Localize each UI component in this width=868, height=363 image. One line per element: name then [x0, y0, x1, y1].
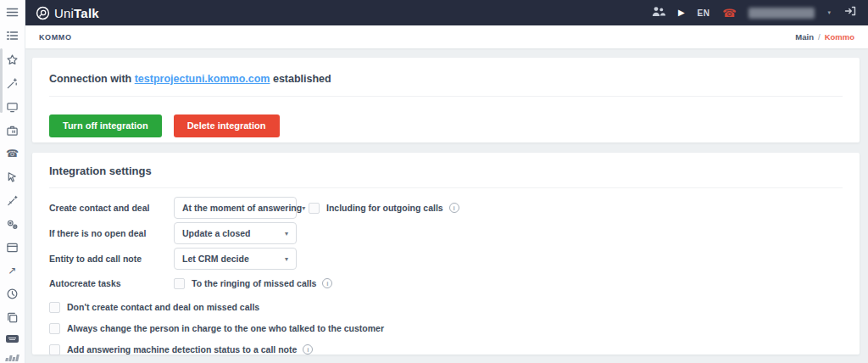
task-list-icon[interactable]	[6, 30, 19, 42]
autocreate-tasks-checkbox[interactable]	[174, 278, 185, 289]
option-row: Add answering machine detection status t…	[49, 343, 843, 356]
monitor-icon[interactable]	[6, 101, 19, 113]
call-history-clock-icon[interactable]	[6, 288, 19, 299]
change-person-checkbox[interactable]	[49, 323, 60, 334]
option-row: Don't create contact and deal on missed …	[49, 300, 843, 314]
statistics-bars-icon[interactable]	[6, 355, 19, 361]
left-sidebar: ☎ ↗	[0, 0, 25, 363]
play-icon[interactable]: ▶	[678, 8, 685, 17]
phone-dropdown-caret-icon[interactable]: ▾	[827, 9, 831, 16]
card-divider	[49, 187, 843, 188]
breadcrumb-main-link[interactable]: Main	[795, 32, 814, 42]
phone-glyph: ☎	[6, 148, 19, 159]
favorites-star-icon[interactable]	[6, 53, 19, 65]
create-contact-select-value: At the moment of answering	[182, 203, 302, 213]
change-person-checkbox-label: Always change the person in charge to th…	[67, 323, 384, 333]
create-contact-row: Create contact and deal At the moment of…	[49, 197, 843, 219]
page-title: KOMMO	[39, 33, 72, 42]
chevron-down-icon: ▾	[285, 230, 288, 237]
virtual-office-icon[interactable]	[6, 125, 19, 137]
info-icon[interactable]: i	[303, 344, 313, 355]
no-open-deal-label: If there is no open deal	[49, 228, 174, 238]
connection-card: Connection with testprojectuni.kommo.com…	[32, 58, 860, 142]
create-contact-label: Create contact and deal	[49, 203, 174, 213]
entity-note-row: Entity to add call note Let CRM decide ▾	[49, 248, 843, 270]
language-selector[interactable]: EN	[698, 8, 710, 18]
breadcrumb-separator: /	[818, 32, 821, 42]
settings-section-title: Integration settings	[49, 153, 843, 177]
option-row: Always change the person in charge to th…	[49, 321, 843, 335]
top-navigation-bar: UniTalk ▶ EN ☎ ▾	[25, 0, 868, 25]
kommo-domain-link[interactable]: testprojectuni.kommo.com	[135, 73, 270, 85]
integration-settings-card: Integration settings Create contact and …	[32, 153, 860, 355]
magic-wand-icon[interactable]	[6, 77, 19, 89]
entity-note-select-value: Let CRM decide	[182, 254, 249, 264]
unitalk-logo[interactable]: UniTalk	[36, 6, 99, 20]
no-open-deal-row: If there is no open deal Update a closed…	[49, 222, 843, 244]
arrow-up-right-glyph: ↗	[8, 265, 16, 276]
browser-window-icon[interactable]	[6, 242, 19, 254]
no-open-deal-select[interactable]: Update a closed ▾	[174, 222, 297, 244]
sidebar-scroll-indicator	[0, 48, 3, 113]
dev-badge-icon[interactable]	[6, 335, 19, 343]
users-icon[interactable]	[651, 5, 665, 20]
outgoing-arrow-icon[interactable]: ↗	[6, 265, 19, 276]
breadcrumb-current: Kommo	[825, 32, 854, 42]
logout-icon[interactable]	[843, 5, 856, 20]
setup-wizard-icon[interactable]	[6, 194, 19, 206]
info-icon[interactable]: i	[322, 278, 332, 288]
card-divider	[49, 96, 843, 97]
autocreate-tasks-row: Autocreate tasks To the ringing of misse…	[49, 276, 843, 290]
active-phone-icon[interactable]: ☎	[722, 8, 736, 19]
entity-note-select[interactable]: Let CRM decide ▾	[174, 248, 297, 270]
missed-calls-checkbox[interactable]	[49, 302, 60, 313]
autocreate-tasks-checkbox-label: To the ringing of missed calls	[192, 278, 316, 288]
connection-status-text: Connection with testprojectuni.kommo.com…	[49, 58, 843, 85]
turn-off-integration-button[interactable]: Turn off integration	[49, 114, 162, 137]
delete-integration-button[interactable]: Delete integration	[174, 114, 280, 137]
entity-note-label: Entity to add call note	[49, 254, 174, 264]
unitalk-logo-mark	[36, 6, 50, 20]
missed-calls-checkbox-label: Don't create contact and deal on missed …	[67, 302, 259, 312]
create-contact-select[interactable]: At the moment of answering ▾	[174, 197, 297, 219]
breadcrumb: Main / Kommo	[795, 32, 854, 42]
copy-pages-icon[interactable]	[6, 311, 19, 323]
services-gears-icon[interactable]	[6, 218, 19, 230]
account-phone-number-redacted[interactable]	[748, 8, 815, 19]
menu-toggle-icon[interactable]	[6, 7, 19, 18]
chevron-down-icon: ▾	[302, 204, 305, 212]
autocreate-tasks-label: Autocreate tasks	[49, 278, 174, 288]
info-icon[interactable]: i	[449, 203, 459, 213]
chevron-down-icon: ▾	[285, 255, 288, 263]
outgoing-calls-checkbox[interactable]	[309, 203, 320, 214]
answering-machine-checkbox[interactable]	[49, 344, 60, 355]
outgoing-calls-checkbox-label: Including for outgoing calls	[326, 203, 443, 213]
page-header: KOMMO Main / Kommo	[25, 25, 868, 48]
unitalk-logo-text: UniTalk	[54, 6, 99, 20]
phone-icon[interactable]: ☎	[6, 148, 19, 159]
integration-cursor-icon[interactable]	[6, 170, 19, 182]
connection-text-suffix: established	[273, 73, 331, 85]
connection-text-prefix: Connection with	[49, 73, 131, 85]
no-open-deal-select-value: Update a closed	[182, 228, 251, 238]
answering-machine-checkbox-label: Add answering machine detection status t…	[67, 344, 297, 355]
